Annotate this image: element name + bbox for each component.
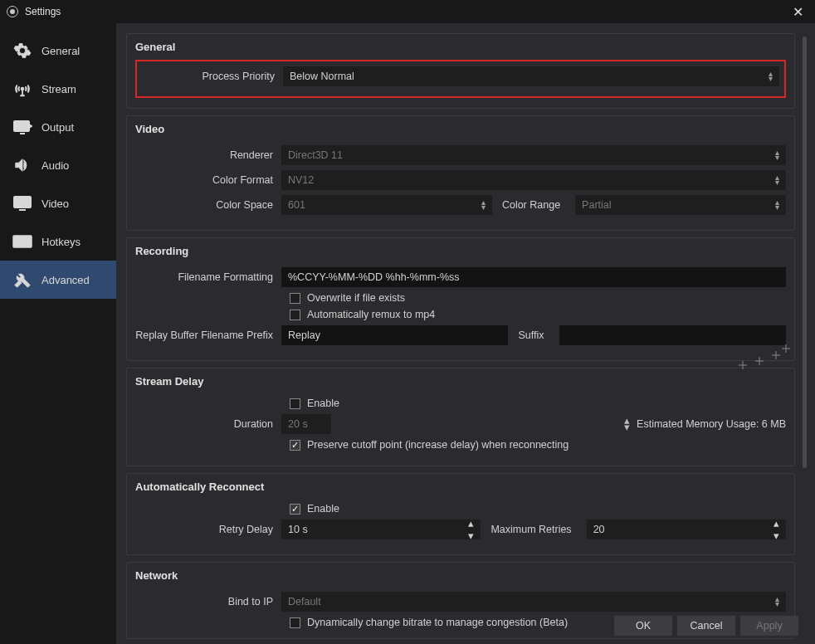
chevron-updown-icon[interactable]: ▴▾ [624, 417, 630, 431]
overwrite-checkbox[interactable] [290, 293, 300, 304]
color-space-label: Color Space [135, 199, 281, 211]
max-retries-label: Maximum Retries [490, 524, 571, 535]
chevron-updown-icon: ▴▾ [775, 175, 779, 185]
section-general: General Process Priority Below Normal ▴▾ [126, 33, 795, 109]
window-title: Settings [25, 6, 61, 17]
section-title: General [135, 41, 786, 53]
apply-button[interactable]: Apply [740, 616, 798, 636]
sidebar-label: Stream [41, 83, 76, 95]
obs-icon [7, 6, 18, 17]
filename-formatting-input[interactable]: %CCYY-%MM-%DD %hh-%mm-%ss [281, 267, 786, 287]
monitor-icon [12, 193, 33, 214]
section-title: Network [135, 569, 786, 582]
color-range-select[interactable]: Partial▴▾ [575, 195, 786, 215]
sidebar-item-advanced[interactable]: Advanced [0, 261, 116, 299]
chevron-updown-icon: ▴▾ [481, 200, 486, 210]
remux-checkbox[interactable] [290, 310, 300, 320]
dynamic-bitrate-checkbox[interactable] [290, 617, 300, 628]
keyboard-icon [12, 231, 33, 252]
remux-label: Automatically remux to mp4 [307, 309, 435, 320]
sidebar-label: General [41, 45, 80, 57]
reconnect-enable-label: Enable [307, 503, 339, 515]
sidebar-label: Advanced [41, 274, 90, 286]
sidebar-item-stream[interactable]: Stream [0, 70, 116, 108]
bind-ip-label: Bind to IP [135, 596, 281, 607]
suffix-input[interactable] [559, 325, 786, 345]
sidebar-item-video[interactable]: Video [0, 184, 116, 222]
replay-prefix-input[interactable]: Replay [281, 325, 508, 345]
filename-formatting-label: Filename Formatting [135, 271, 281, 283]
chevron-updown-icon: ▴▾ [775, 200, 779, 210]
retry-delay-label: Retry Delay [135, 524, 281, 535]
renderer-select[interactable]: Direct3D 11▴▾ [281, 145, 786, 165]
replay-prefix-label: Replay Buffer Filename Prefix [135, 329, 281, 341]
preserve-cutoff-label: Preserve cutoff point (increase delay) w… [307, 439, 569, 451]
process-priority-select[interactable]: Below Normal ▴▾ [283, 66, 779, 86]
chevron-updown-icon: ▴▾ [468, 517, 474, 542]
sidebar-item-general[interactable]: General [0, 32, 116, 70]
process-priority-label: Process Priority [137, 71, 283, 82]
section-title: Automatically Reconnect [135, 481, 786, 493]
color-range-label: Color Range [502, 199, 560, 211]
titlebar: Settings ✕ [0, 0, 815, 23]
sidebar-label: Audio [41, 159, 69, 172]
ok-button[interactable]: OK [614, 616, 672, 636]
sidebar-item-audio[interactable]: Audio [0, 146, 116, 184]
chevron-updown-icon: ▴▾ [774, 517, 779, 542]
section-auto-reconnect: Automatically Reconnect Enable Retry Del… [126, 473, 795, 555]
memory-usage-label: Estimated Memory Usage: 6 MB [637, 418, 786, 430]
section-recording: Recording Filename Formatting %CCYY-%MM-… [126, 237, 795, 361]
chevron-updown-icon: ▴▾ [775, 597, 779, 607]
section-title: Recording [135, 245, 786, 257]
dynamic-bitrate-label: Dynamically change bitrate to manage con… [307, 617, 568, 628]
reconnect-enable-checkbox[interactable] [290, 504, 300, 515]
sidebar-label: Video [41, 198, 69, 210]
scrollbar[interactable] [803, 37, 807, 468]
gear-icon [12, 40, 33, 61]
sidebar-label: Output [41, 121, 74, 134]
duration-spinner[interactable]: 20 s [281, 414, 331, 434]
sidebar-label: Hotkeys [41, 236, 81, 248]
section-stream-delay: Stream Delay Enable Duration 20 s ▴▾ Est… [126, 368, 795, 466]
retry-delay-input[interactable]: 10 s▴▾ [281, 520, 481, 539]
content-area: General Process Priority Below Normal ▴▾… [116, 23, 815, 644]
close-button[interactable]: ✕ [788, 4, 808, 20]
speaker-icon [12, 154, 33, 176]
renderer-label: Renderer [135, 149, 281, 161]
svg-rect-2 [14, 197, 31, 207]
color-format-select[interactable]: NV12▴▾ [281, 170, 786, 190]
chevron-updown-icon: ▴▾ [769, 71, 773, 81]
cancel-button[interactable]: Cancel [677, 616, 735, 636]
duration-label: Duration [135, 418, 281, 430]
stream-delay-enable-label: Enable [307, 398, 339, 409]
bind-ip-select[interactable]: Default▴▾ [281, 592, 786, 612]
section-title: Video [135, 123, 786, 135]
output-icon [12, 116, 33, 138]
sidebar-item-output[interactable]: Output [0, 108, 116, 146]
color-space-select[interactable]: 601▴▾ [281, 195, 492, 215]
overwrite-label: Overwrite if file exists [307, 292, 405, 304]
suffix-label: Suffix [518, 329, 544, 341]
svg-rect-1 [14, 121, 29, 131]
preserve-cutoff-checkbox[interactable] [290, 440, 300, 451]
sidebar-item-hotkeys[interactable]: Hotkeys [0, 222, 116, 261]
footer-buttons: OK Cancel Apply [614, 616, 798, 636]
section-title: Stream Delay [135, 375, 786, 388]
sidebar: General Stream Output Audio Video Hotkey… [0, 23, 116, 644]
stream-delay-enable-checkbox[interactable] [290, 398, 300, 409]
section-video: Video Renderer Direct3D 11▴▾ Color Forma… [126, 115, 795, 231]
highlight-box: Process Priority Below Normal ▴▾ [135, 60, 786, 98]
tools-icon [12, 269, 33, 290]
max-retries-input[interactable]: 20▴▾ [587, 520, 786, 539]
chevron-updown-icon: ▴▾ [775, 150, 779, 160]
antenna-icon [12, 78, 33, 100]
color-format-label: Color Format [135, 174, 281, 186]
